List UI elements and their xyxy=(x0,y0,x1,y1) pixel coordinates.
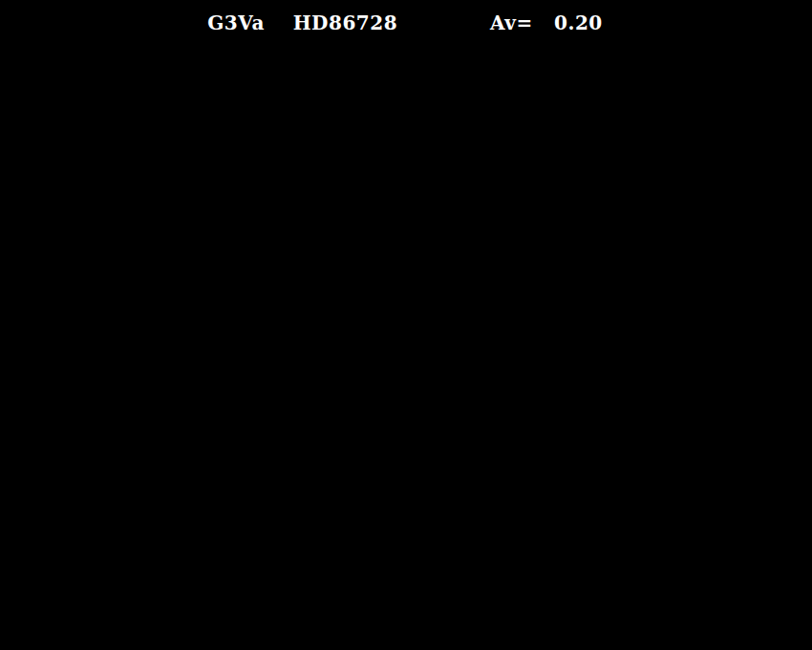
spectrum-chart: G3Va HD86728 Av= 0.20 xyxy=(0,0,812,650)
chart-title: G3Va HD86728 Av= 0.20 xyxy=(207,11,603,34)
spectrum-plot-window: G3Va HD86728 Av= 0.20 xyxy=(0,0,812,650)
